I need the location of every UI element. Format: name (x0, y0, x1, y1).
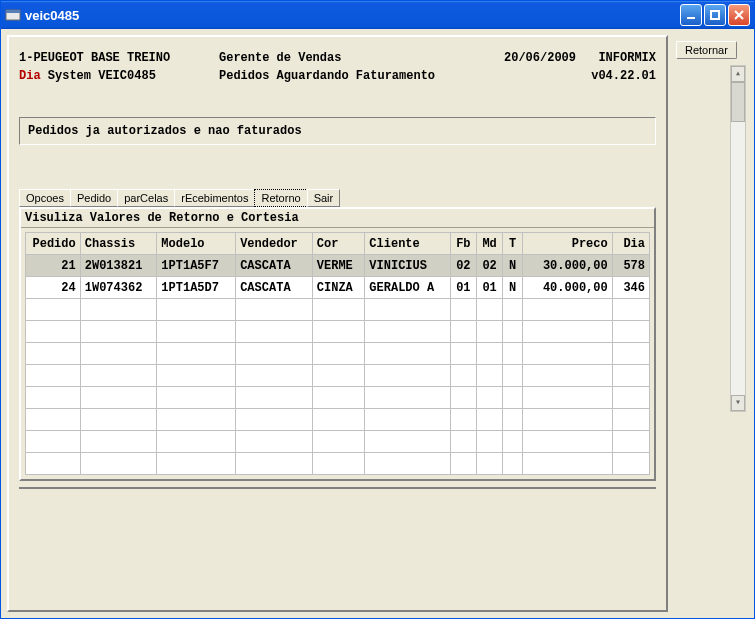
cell-dia: 578 (612, 255, 649, 277)
vertical-scrollbar[interactable]: ▴ ▾ (730, 65, 746, 412)
table-row[interactable]: 241W0743621PT1A5D7CASCATACINZAGERALDO A0… (26, 277, 650, 299)
menu-item-recebimentos[interactable]: rEcebimentos (174, 189, 255, 207)
table-row-empty (26, 387, 650, 409)
cell-md: 02 (476, 255, 502, 277)
cell-pedido: 24 (26, 277, 81, 299)
column-header-cor[interactable]: Cor (312, 233, 365, 255)
scroll-thumb[interactable] (731, 82, 745, 122)
main-panel: 1-PEUGEOT BASE TREINO Gerente de Vendas … (7, 35, 668, 612)
app-icon (5, 7, 21, 23)
scroll-up-icon[interactable]: ▴ (731, 66, 745, 82)
window-title: veic0485 (25, 8, 680, 23)
cell-cliente: VINICIUS (365, 255, 450, 277)
header-block: 1-PEUGEOT BASE TREINO Gerente de Vendas … (19, 49, 656, 85)
column-header-t[interactable]: T (503, 233, 523, 255)
cell-pedido: 21 (26, 255, 81, 277)
menu-item-pedido[interactable]: Pedido (70, 189, 118, 207)
column-header-dia[interactable]: Dia (612, 233, 649, 255)
status-message: Pedidos ja autorizados e nao faturados (19, 117, 656, 145)
table-row[interactable]: 212W0138211PT1A5F7CASCATAVERMEVINICIUS02… (26, 255, 650, 277)
data-grid[interactable]: PedidoChassisModeloVendedorCorClienteFbM… (25, 232, 650, 475)
cell-md: 01 (476, 277, 502, 299)
column-header-cliente[interactable]: Cliente (365, 233, 450, 255)
table-row-empty (26, 431, 650, 453)
column-header-modelo[interactable]: Modelo (157, 233, 236, 255)
header-subtitle: Pedidos Aguardando Faturamento (219, 67, 466, 85)
column-header-vendedor[interactable]: Vendedor (236, 233, 313, 255)
cell-chassis: 1W074362 (80, 277, 157, 299)
cell-chassis: 2W013821 (80, 255, 157, 277)
cell-cor: CINZA (312, 277, 365, 299)
cell-t: N (503, 277, 523, 299)
scroll-down-icon[interactable]: ▾ (731, 395, 745, 411)
menu-item-parcelas[interactable]: parCelas (117, 189, 175, 207)
table-header-row: PedidoChassisModeloVendedorCorClienteFbM… (26, 233, 650, 255)
table-row-empty (26, 299, 650, 321)
table-row-empty (26, 453, 650, 475)
header-db: INFORMIX (576, 49, 656, 67)
cell-cor: VERME (312, 255, 365, 277)
side-panel: Retornar ▴ ▾ (668, 35, 748, 612)
svg-rect-3 (711, 11, 719, 19)
footer-divider (19, 487, 656, 503)
column-header-preco[interactable]: Preco (522, 233, 612, 255)
svg-rect-2 (687, 17, 695, 19)
header-version: v04.22.01 (466, 67, 656, 85)
client-area: 1-PEUGEOT BASE TREINO Gerente de Vendas … (1, 29, 754, 618)
menu-item-opcoes[interactable]: Opcoes (19, 189, 71, 207)
cell-modelo: 1PT1A5F7 (157, 255, 236, 277)
table-row-empty (26, 321, 650, 343)
header-sys-prefix: Dia (19, 69, 41, 83)
titlebar[interactable]: veic0485 (1, 1, 754, 29)
maximize-button[interactable] (704, 4, 726, 26)
table-row-empty (26, 409, 650, 431)
cell-modelo: 1PT1A5D7 (157, 277, 236, 299)
menubar: OpcoesPedidoparCelasrEcebimentosRetornoS… (19, 189, 656, 207)
menu-item-sair[interactable]: Sair (307, 189, 341, 207)
app-window: veic0485 1-PEUGEOT BASE TREINO Gerente d… (0, 0, 755, 619)
close-button[interactable] (728, 4, 750, 26)
column-header-chassis[interactable]: Chassis (80, 233, 157, 255)
cell-cliente: GERALDO A (365, 277, 450, 299)
cell-t: N (503, 255, 523, 277)
table-row-empty (26, 365, 650, 387)
header-role: Gerente de Vendas (219, 49, 466, 67)
header-company: 1-PEUGEOT BASE TREINO (19, 49, 219, 67)
cell-vendedor: CASCATA (236, 255, 313, 277)
menu-item-retorno[interactable]: Retorno (254, 189, 307, 207)
column-header-fb[interactable]: Fb (450, 233, 476, 255)
cell-dia: 346 (612, 277, 649, 299)
cell-fb: 01 (450, 277, 476, 299)
header-system: Dia System VEIC0485 (19, 67, 219, 85)
window-buttons (680, 4, 750, 26)
header-date: 20/06/2009 (466, 49, 576, 67)
column-header-pedido[interactable]: Pedido (26, 233, 81, 255)
minimize-button[interactable] (680, 4, 702, 26)
cell-vendedor: CASCATA (236, 277, 313, 299)
retornar-button[interactable]: Retornar (676, 41, 737, 59)
grid-title: Visuliza Valores de Retorno e Cortesia (21, 209, 654, 228)
cell-fb: 02 (450, 255, 476, 277)
table-row-empty (26, 343, 650, 365)
cell-preco: 30.000,00 (522, 255, 612, 277)
grid-container: Visuliza Valores de Retorno e Cortesia P… (19, 207, 656, 481)
column-header-md[interactable]: Md (476, 233, 502, 255)
cell-preco: 40.000,00 (522, 277, 612, 299)
data-table: PedidoChassisModeloVendedorCorClienteFbM… (25, 232, 650, 475)
svg-rect-1 (6, 10, 20, 13)
header-sys-rest: System VEIC0485 (41, 69, 156, 83)
